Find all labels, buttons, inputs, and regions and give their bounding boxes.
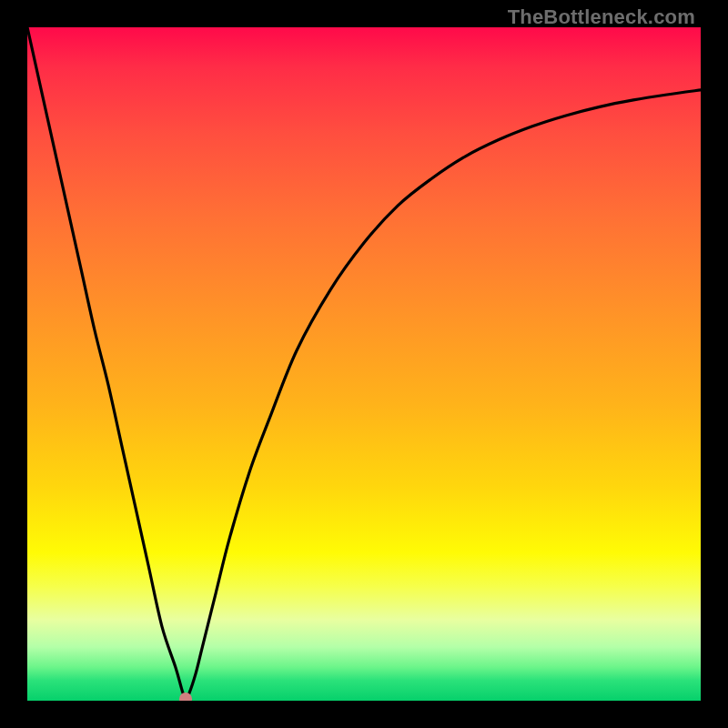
bottleneck-curve-path	[27, 27, 701, 699]
chart-plot-area	[27, 27, 701, 701]
vertex-marker	[179, 693, 192, 701]
watermark-text: TheBottleneck.com	[508, 5, 695, 29]
bottleneck-curve-svg	[27, 27, 701, 701]
